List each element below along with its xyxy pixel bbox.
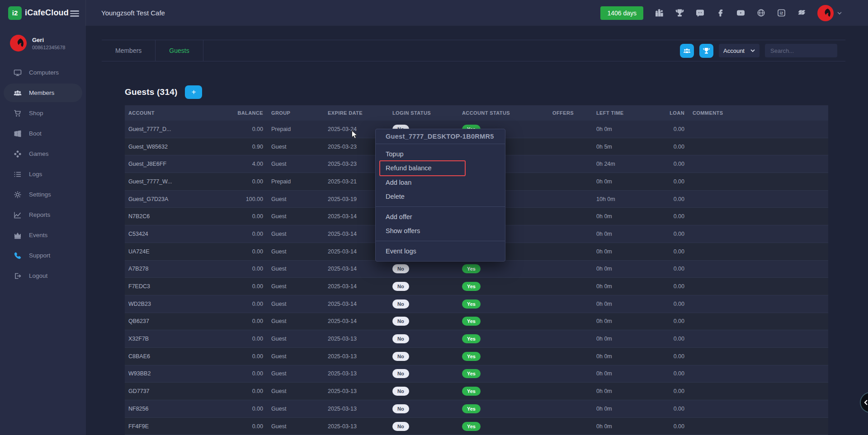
podium-icon[interactable] — [655, 9, 664, 18]
icafe-icon[interactable]: i2 — [777, 9, 786, 18]
facebook-icon[interactable] — [716, 9, 725, 18]
left-time-cell: 10h 0m — [588, 196, 663, 202]
column-header-expire-date: EXPIRE DATE — [320, 110, 384, 116]
group-cell: Guest — [263, 353, 320, 360]
topbar-actions: 1406 days i2 — [600, 0, 842, 26]
group-cell: Guest — [263, 336, 320, 342]
account-status-pill: Yes — [462, 404, 481, 413]
loan-cell: 0.00 — [663, 353, 684, 360]
account-status-pill: Yes — [462, 317, 481, 326]
context-menu-item-add-loan[interactable]: Add loan — [376, 175, 505, 190]
sidebar-item-logout[interactable]: Logout — [0, 266, 86, 286]
login-status-pill: No — [392, 404, 409, 413]
table-row[interactable]: GD77370.00Guest2025-03-13NoYes0h 0m0.00 — [125, 383, 828, 400]
sidebar: Geri 008612345678 ComputersMembersShopBo… — [0, 26, 86, 435]
members-filter-button[interactable] — [680, 44, 694, 58]
youtube-icon[interactable] — [736, 9, 745, 18]
balance-cell: 0.00 — [237, 126, 263, 132]
license-days-badge[interactable]: 1406 days — [600, 6, 643, 20]
context-menu-item-delete[interactable]: Delete — [376, 190, 505, 204]
context-menu-group: TopupRefund balanceAdd loanDelete — [376, 144, 505, 207]
sidebar-item-label: Reports — [29, 211, 50, 218]
menu-toggle-button[interactable] — [70, 9, 79, 18]
balance-cell: 0.00 — [237, 423, 263, 430]
trophy-icon[interactable] — [675, 9, 684, 18]
context-menu-item-refund-balance[interactable]: Refund balance — [376, 161, 505, 176]
balance-cell: 0.00 — [237, 388, 263, 394]
svg-text:i2: i2 — [779, 11, 783, 15]
tab-guests[interactable]: Guests — [156, 40, 203, 61]
account-cell: W93BB2 — [125, 370, 237, 377]
left-time-cell: 0h 0m — [588, 266, 663, 272]
sidebar-item-shop[interactable]: Shop — [0, 103, 86, 123]
loan-cell: 0.00 — [663, 196, 684, 202]
loan-cell: 0.00 — [663, 231, 684, 237]
expire-date-cell: 2025-03-14 — [320, 318, 384, 324]
sidebar-item-boot[interactable]: Boot — [0, 123, 86, 144]
user-name: Geri — [32, 37, 65, 43]
group-cell: Guest — [263, 213, 320, 220]
tab-members[interactable]: Members — [102, 40, 156, 61]
discord-icon[interactable] — [695, 9, 704, 18]
sidebar-item-events[interactable]: Events — [0, 225, 86, 245]
group-cell: Guest — [263, 196, 320, 202]
login-status-pill: No — [392, 334, 409, 343]
table-row[interactable]: F7EDC30.00Guest2025-03-14NoYes0h 0m0.00 — [125, 278, 828, 295]
balance-cell: 0.00 — [237, 231, 263, 237]
column-header-comments: COMMENTS — [684, 110, 828, 116]
column-header-left-time: LEFT TIME — [588, 110, 663, 116]
layers-icon[interactable] — [797, 9, 806, 18]
user-avatar — [10, 35, 27, 51]
left-time-cell: 0h 0m — [588, 406, 663, 412]
sidebar-item-members[interactable]: Members — [0, 83, 86, 103]
sidebar-item-label: Games — [29, 150, 49, 157]
sidebar-item-reports[interactable]: Reports — [0, 205, 86, 225]
context-menu-item-topup[interactable]: Topup — [376, 147, 505, 161]
account-cell: Guest_7777_W... — [125, 178, 237, 185]
table-row[interactable]: WD2B230.00Guest2025-03-14NoYes0h 0m0.00 — [125, 295, 828, 313]
table-header: ACCOUNTBALANCEGROUPEXPIRE DATELOGIN STAT… — [125, 105, 828, 121]
globe-icon[interactable] — [756, 9, 765, 18]
logo[interactable]: i2 iCafeCloud — [0, 0, 86, 26]
account-status-cell: Yes — [454, 404, 544, 413]
account-cell: UA724E — [125, 248, 237, 255]
account-status-pill: Yes — [462, 282, 481, 291]
group-cell: Guest — [263, 144, 320, 150]
users-icon — [683, 47, 691, 55]
search-input[interactable] — [765, 44, 837, 57]
account-cell: F7EDC3 — [125, 283, 237, 290]
loan-cell: 0.00 — [663, 406, 684, 412]
sidebar-item-games[interactable]: Games — [0, 144, 86, 164]
account-menu-button[interactable] — [817, 5, 842, 21]
context-menu-item-show-offers[interactable]: Show offers — [376, 224, 505, 239]
table-row[interactable]: FF4F9E0.00Guest2025-03-13NoYes0h 0m0.00 — [125, 418, 828, 435]
account-status-pill: Yes — [462, 422, 481, 431]
table-row[interactable]: A7B2780.00Guest2025-03-14NoYes0h 0m0.00 — [125, 261, 828, 278]
table-row[interactable]: C8BAE60.00Guest2025-03-13NoYes0h 0m0.00 — [125, 348, 828, 365]
sidebar-item-computers[interactable]: Computers — [0, 62, 86, 83]
table-row[interactable]: X32F7B0.00Guest2025-03-13NoYes0h 0m0.00 — [125, 330, 828, 348]
account-cell: Guest_G7D23A — [125, 196, 237, 202]
trophy-icon — [703, 47, 710, 55]
toolbar-controls: Account — [680, 44, 837, 58]
table-row[interactable]: NF82560.00Guest2025-03-13NoYes0h 0m0.00 — [125, 400, 828, 418]
login-status-cell: No — [384, 404, 454, 413]
sidebar-item-label: Events — [29, 232, 47, 239]
table-row[interactable]: QB62370.00Guest2025-03-14NoYes0h 0m0.00 — [125, 313, 828, 331]
sidebar-item-logs[interactable]: Logs — [0, 164, 86, 184]
balance-cell: 4.00 — [237, 161, 263, 167]
login-status-pill: No — [392, 299, 409, 309]
sidebar-item-label: Computers — [29, 69, 59, 76]
add-guest-button[interactable]: + — [185, 85, 202, 99]
offers-filter-button[interactable] — [699, 44, 713, 58]
search-field-select[interactable]: Account — [719, 44, 760, 57]
table-row[interactable]: W93BB20.00Guest2025-03-13NoYes0h 0m0.00 — [125, 365, 828, 383]
balance-cell: 0.00 — [237, 248, 263, 255]
loan-cell: 0.00 — [663, 161, 684, 167]
context-menu-item-event-logs[interactable]: Event logs — [376, 244, 505, 258]
balance-cell: 0.00 — [237, 301, 263, 307]
sidebar-item-settings[interactable]: Settings — [0, 184, 86, 205]
account-status-cell: Yes — [454, 299, 544, 309]
sidebar-item-support[interactable]: Support — [0, 245, 86, 266]
context-menu-item-add-offer[interactable]: Add offer — [376, 210, 505, 224]
